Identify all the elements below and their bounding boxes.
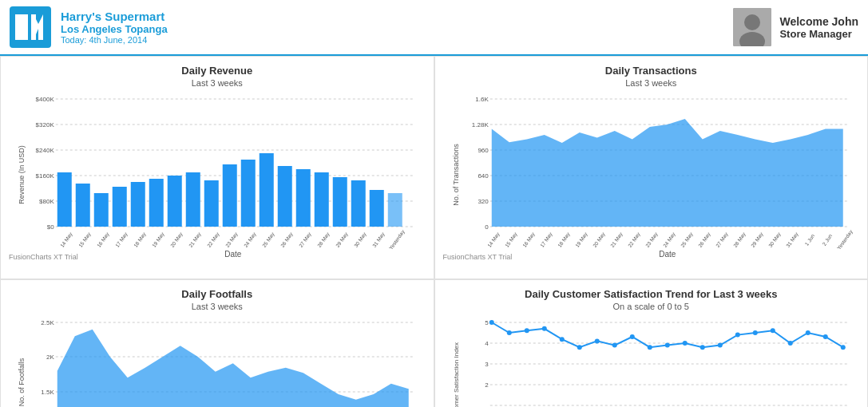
store-location: Los Angeles Topanga bbox=[61, 23, 168, 35]
daily-revenue-title: Daily Revenue bbox=[7, 65, 427, 77]
svg-text:19 May: 19 May bbox=[151, 231, 166, 249]
svg-text:Revenue (In USD): Revenue (In USD) bbox=[18, 145, 26, 204]
svg-rect-33 bbox=[260, 153, 274, 227]
svg-text:Customer Satisfaction Index: Customer Satisfaction Index bbox=[452, 342, 459, 407]
svg-text:15 May: 15 May bbox=[77, 231, 93, 249]
svg-text:$160K: $160K bbox=[36, 172, 55, 180]
svg-text:16 May: 16 May bbox=[96, 231, 111, 249]
svg-point-124 bbox=[524, 328, 529, 333]
svg-text:31 May: 31 May bbox=[784, 231, 799, 249]
svg-text:$400K: $400K bbox=[36, 96, 55, 103]
svg-text:26 May: 26 May bbox=[696, 231, 711, 249]
svg-text:15 May: 15 May bbox=[503, 231, 518, 249]
svg-rect-27 bbox=[149, 179, 164, 227]
svg-text:17 May: 17 May bbox=[538, 231, 553, 249]
svg-point-133 bbox=[682, 341, 687, 346]
store-name: Harry's Supermart bbox=[61, 10, 168, 23]
svg-text:2K: 2K bbox=[46, 354, 54, 361]
svg-text:22 May: 22 May bbox=[206, 231, 221, 249]
svg-rect-24 bbox=[94, 193, 109, 227]
svg-text:1.6K: 1.6K bbox=[475, 96, 489, 103]
daily-footfalls-subtitle: Last 3 weeks bbox=[7, 302, 427, 311]
svg-text:26 May: 26 May bbox=[279, 231, 295, 249]
svg-rect-35 bbox=[296, 169, 311, 227]
svg-marker-106 bbox=[57, 330, 409, 407]
daily-transactions-subtitle: Last 3 weeks bbox=[442, 78, 862, 88]
svg-text:23 May: 23 May bbox=[224, 231, 240, 249]
svg-text:14 May: 14 May bbox=[486, 231, 501, 249]
svg-point-131 bbox=[647, 345, 652, 350]
svg-text:No. of Footfalls: No. of Footfalls bbox=[18, 358, 26, 406]
svg-rect-26 bbox=[131, 182, 145, 227]
svg-text:Yesterday: Yesterday bbox=[835, 228, 854, 251]
svg-rect-28 bbox=[168, 176, 182, 227]
daily-footfalls-panel: Daily Footfalls Last 3 weeks No. of Foot… bbox=[0, 279, 434, 407]
svg-point-137 bbox=[752, 330, 757, 335]
logo-icon bbox=[10, 6, 51, 48]
svg-text:30 May: 30 May bbox=[353, 231, 368, 249]
svg-point-142 bbox=[840, 345, 845, 350]
daily-transactions-title: Daily Transactions bbox=[442, 65, 862, 77]
header-right: Welcome John Store Manager bbox=[733, 8, 858, 46]
svg-text:640: 640 bbox=[478, 172, 489, 180]
header-left: Harry's Supermart Los Angeles Topanga To… bbox=[10, 6, 168, 48]
svg-rect-29 bbox=[186, 172, 200, 227]
avatar bbox=[733, 8, 771, 46]
svg-point-125 bbox=[541, 326, 546, 331]
daily-transactions-panel: Daily Transactions Last 3 weeks No. of T… bbox=[434, 56, 869, 279]
svg-point-140 bbox=[805, 330, 810, 335]
user-role: Store Manager bbox=[779, 28, 858, 40]
svg-text:$0: $0 bbox=[47, 223, 54, 231]
svg-text:25 May: 25 May bbox=[261, 231, 276, 249]
svg-rect-38 bbox=[351, 180, 366, 227]
svg-text:25 May: 25 May bbox=[679, 231, 694, 249]
svg-text:28 May: 28 May bbox=[731, 231, 747, 249]
svg-text:17 May: 17 May bbox=[114, 231, 129, 249]
current-date: Today: 4th June, 2014 bbox=[61, 35, 168, 45]
svg-rect-39 bbox=[370, 190, 384, 227]
svg-text:30 May: 30 May bbox=[767, 231, 782, 249]
svg-text:Yesterday: Yesterday bbox=[388, 228, 406, 251]
svg-rect-36 bbox=[315, 172, 329, 227]
svg-text:960: 960 bbox=[478, 147, 489, 154]
svg-text:3: 3 bbox=[485, 361, 489, 368]
daily-revenue-panel: Daily Revenue Last 3 weeks Revenue (In U… bbox=[0, 56, 434, 279]
svg-text:19 May: 19 May bbox=[573, 231, 589, 249]
svg-text:1 Jun: 1 Jun bbox=[803, 233, 815, 247]
svg-text:$80K: $80K bbox=[39, 198, 54, 205]
svg-text:0: 0 bbox=[485, 223, 489, 231]
svg-text:28 May: 28 May bbox=[316, 231, 331, 249]
svg-text:29 May: 29 May bbox=[335, 231, 350, 249]
svg-text:2.5K: 2.5K bbox=[41, 319, 54, 326]
svg-text:4: 4 bbox=[485, 340, 489, 347]
daily-footfalls-title: Daily Footfalls bbox=[7, 288, 427, 300]
daily-revenue-chart: Revenue (In USD) $400K $320K $240K $160K… bbox=[7, 91, 427, 259]
fusion-label-revenue: FusionCharts XT Trial bbox=[9, 253, 78, 261]
svg-text:24 May: 24 May bbox=[661, 231, 676, 249]
daily-revenue-subtitle: Last 3 weeks bbox=[7, 78, 427, 88]
svg-text:16 May: 16 May bbox=[521, 231, 536, 249]
svg-text:$240K: $240K bbox=[36, 147, 55, 154]
svg-point-129 bbox=[612, 343, 616, 348]
svg-point-136 bbox=[735, 333, 739, 338]
svg-text:27 May: 27 May bbox=[714, 231, 729, 249]
svg-text:2: 2 bbox=[485, 381, 489, 389]
welcome-text: Welcome John Store Manager bbox=[779, 15, 858, 40]
header-title: Harry's Supermart Los Angeles Topanga To… bbox=[61, 10, 168, 45]
svg-text:21 May: 21 May bbox=[608, 231, 624, 249]
svg-rect-37 bbox=[333, 177, 347, 227]
svg-text:18 May: 18 May bbox=[133, 231, 148, 249]
svg-rect-32 bbox=[241, 160, 256, 227]
svg-point-123 bbox=[506, 330, 511, 335]
svg-rect-22 bbox=[57, 172, 72, 227]
welcome-name: Welcome John bbox=[779, 15, 858, 28]
svg-point-127 bbox=[577, 345, 581, 350]
svg-point-122 bbox=[489, 320, 493, 325]
svg-text:24 May: 24 May bbox=[243, 231, 258, 249]
svg-rect-34 bbox=[278, 166, 292, 227]
svg-point-138 bbox=[770, 328, 775, 333]
svg-text:2 Jun: 2 Jun bbox=[821, 233, 833, 247]
svg-text:20 May: 20 May bbox=[591, 231, 606, 249]
svg-point-139 bbox=[787, 341, 792, 346]
svg-text:1.28K: 1.28K bbox=[471, 121, 489, 128]
